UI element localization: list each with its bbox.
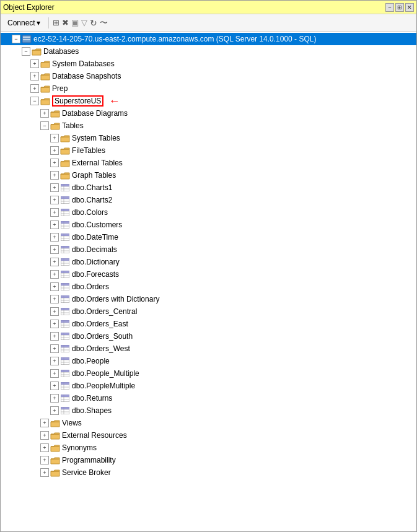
dbo-dictionary-node[interactable]: + dbo.Dictionary xyxy=(1,256,416,268)
connect-button[interactable]: Connect ▾ xyxy=(3,17,45,29)
programmability-expand-btn[interactable]: + xyxy=(40,456,49,464)
dbo-decimals-label: dbo.Decimals xyxy=(72,245,117,254)
prep-icon xyxy=(40,84,50,94)
database-diagrams-expand-btn[interactable]: + xyxy=(40,109,49,118)
service-broker-expand-btn[interactable]: + xyxy=(40,468,49,477)
dbo-returns-expand-btn[interactable]: + xyxy=(50,394,59,403)
dbo-colors-node[interactable]: + dbo.Colors xyxy=(1,206,416,219)
dbo-orders-dict-node[interactable]: + dbo.Orders with Dictionary xyxy=(1,293,416,305)
title-bar-controls: − ⊞ ✕ xyxy=(385,3,414,12)
superstoreus-highlight-box: SuperstoreUS xyxy=(52,95,103,107)
external-tables-icon xyxy=(60,158,70,168)
dbo-orders-south-expand-btn[interactable]: + xyxy=(50,332,59,341)
system-databases-expand-btn[interactable]: + xyxy=(30,59,39,68)
dbo-orders-east-expand-btn[interactable]: + xyxy=(50,320,59,328)
server-expand-btn[interactable]: − xyxy=(12,35,20,43)
prep-node[interactable]: + Prep xyxy=(1,82,416,95)
databases-node[interactable]: − Databases xyxy=(1,45,416,58)
close-button[interactable]: ✕ xyxy=(405,3,414,12)
dbo-people-multiple-expand-btn[interactable]: + xyxy=(50,369,59,378)
dbo-peoplemultiple-node[interactable]: + dbo.PeopleMultiple xyxy=(1,380,416,392)
filetables-icon xyxy=(60,146,70,155)
dbo-orders-icon xyxy=(60,282,70,292)
synonyms-expand-btn[interactable]: + xyxy=(40,443,49,452)
views-expand-btn[interactable]: + xyxy=(40,419,49,427)
graph-tables-node[interactable]: + Graph Tables xyxy=(1,169,416,181)
dbo-decimals-node[interactable]: + dbo.Decimals xyxy=(1,243,416,256)
database-snapshots-node[interactable]: + Database Snapshots xyxy=(1,70,416,82)
tables-node[interactable]: − Tables xyxy=(1,120,416,132)
dbo-shapes-expand-btn[interactable]: + xyxy=(50,406,59,415)
pin-button[interactable]: − xyxy=(385,3,394,12)
new-query-icon[interactable]: ▣ xyxy=(71,18,79,27)
dbo-orders-west-expand-btn[interactable]: + xyxy=(50,344,59,353)
dbo-charts1-expand-btn[interactable]: + xyxy=(50,183,59,192)
database-diagrams-label: Database Diagrams xyxy=(62,109,128,118)
superstoreus-node[interactable]: − SuperstoreUS ← xyxy=(1,95,416,107)
graph-tables-expand-btn[interactable]: + xyxy=(50,171,59,180)
superstoreus-expand-btn[interactable]: − xyxy=(30,97,39,105)
databases-expand-btn[interactable]: − xyxy=(22,47,30,56)
synonyms-node[interactable]: + Synonyms xyxy=(1,442,416,454)
system-tables-node[interactable]: + System Tables xyxy=(1,132,416,144)
external-tables-label: External Tables xyxy=(72,159,123,167)
dbo-orders-east-node[interactable]: + dbo.Orders_East xyxy=(1,318,416,330)
disconnect-icon[interactable]: ✖ xyxy=(62,18,69,27)
database-diagrams-node[interactable]: + Database Diagrams xyxy=(1,107,416,120)
external-resources-node[interactable]: + External Resources xyxy=(1,429,416,442)
service-broker-node[interactable]: + Service Broker xyxy=(1,466,416,479)
system-tables-label: System Tables xyxy=(72,134,120,142)
dbo-charts2-node[interactable]: + dbo.Charts2 xyxy=(1,194,416,206)
views-node[interactable]: + Views xyxy=(1,417,416,429)
prep-expand-btn[interactable]: + xyxy=(30,84,39,93)
pin-window-button[interactable]: ⊞ xyxy=(395,3,404,12)
dbo-customers-icon xyxy=(60,220,70,230)
dbo-orders-central-expand-btn[interactable]: + xyxy=(50,307,59,316)
svg-rect-67 xyxy=(61,333,69,335)
dbo-forecasts-expand-btn[interactable]: + xyxy=(50,270,59,279)
dbo-forecasts-node[interactable]: + dbo.Forecasts xyxy=(1,268,416,281)
dbo-dictionary-expand-btn[interactable]: + xyxy=(50,258,59,266)
dbo-people-expand-btn[interactable]: + xyxy=(50,357,59,365)
dbo-orders-east-icon xyxy=(60,319,70,329)
dbo-returns-node[interactable]: + dbo.Returns xyxy=(1,392,416,404)
dbo-orders-dict-expand-btn[interactable]: + xyxy=(50,295,59,303)
dbo-charts2-expand-btn[interactable]: + xyxy=(50,196,59,204)
external-tables-node[interactable]: + External Tables xyxy=(1,157,416,169)
dbo-customers-node[interactable]: + dbo.Customers xyxy=(1,219,416,231)
dbo-charts1-node[interactable]: + dbo.Charts1 xyxy=(1,181,416,194)
dbo-peoplemultiple-expand-btn[interactable]: + xyxy=(50,382,59,390)
filetables-expand-btn[interactable]: + xyxy=(50,146,59,155)
dbo-people-multiple-node[interactable]: + dbo.People_Multiple xyxy=(1,367,416,380)
dbo-customers-expand-btn[interactable]: + xyxy=(50,220,59,229)
refresh-icon[interactable]: ↻ xyxy=(90,18,97,28)
dbo-shapes-node[interactable]: + dbo.Shapes xyxy=(1,404,416,417)
programmability-node[interactable]: + Programmability xyxy=(1,454,416,466)
filter2-icon[interactable]: ▽ xyxy=(81,18,87,27)
tables-expand-btn[interactable]: − xyxy=(40,121,49,130)
dbo-datetime-expand-btn[interactable]: + xyxy=(50,233,59,242)
system-tables-expand-btn[interactable]: + xyxy=(50,134,59,142)
database-snapshots-expand-btn[interactable]: + xyxy=(30,72,39,81)
tree-panel[interactable]: − ec2-52-14-205-70.us-east-2.compute.ama… xyxy=(1,32,416,531)
dbo-orders-central-node[interactable]: + dbo.Orders_Central xyxy=(1,305,416,318)
filetables-label: FileTables xyxy=(72,146,105,155)
dbo-colors-expand-btn[interactable]: + xyxy=(50,208,59,217)
dbo-orders-west-node[interactable]: + dbo.Orders_West xyxy=(1,342,416,355)
server-node[interactable]: − ec2-52-14-205-70.us-east-2.compute.ama… xyxy=(1,33,416,45)
dbo-datetime-node[interactable]: + dbo.DateTime xyxy=(1,231,416,243)
dbo-orders-south-node[interactable]: + dbo.Orders_South xyxy=(1,330,416,342)
activity-monitor-icon[interactable]: 〜 xyxy=(100,17,108,28)
dbo-people-node[interactable]: + dbo.People xyxy=(1,355,416,367)
external-resources-expand-btn[interactable]: + xyxy=(40,431,49,440)
dbo-orders-expand-btn[interactable]: + xyxy=(50,282,59,291)
system-databases-label: System Databases xyxy=(52,59,115,68)
filter-icon[interactable]: ⊞ xyxy=(53,18,59,27)
filetables-node[interactable]: + FileTables xyxy=(1,144,416,157)
dbo-orders-node[interactable]: + dbo.Orders xyxy=(1,281,416,293)
svg-rect-37 xyxy=(61,258,69,261)
system-databases-node[interactable]: + System Databases xyxy=(1,58,416,70)
svg-rect-82 xyxy=(61,370,69,372)
dbo-decimals-expand-btn[interactable]: + xyxy=(50,245,59,254)
external-tables-expand-btn[interactable]: + xyxy=(50,159,59,167)
